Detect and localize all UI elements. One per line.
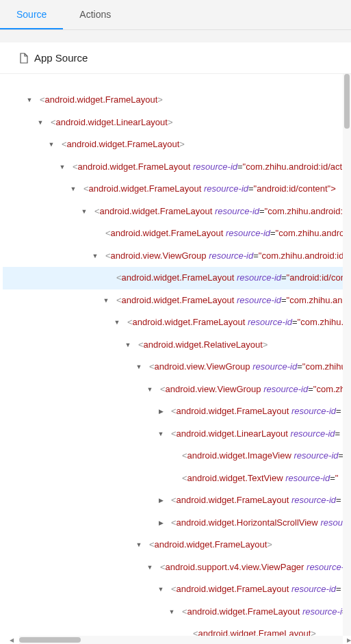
chevron-down-icon[interactable]	[135, 356, 142, 378]
app-root: Source Actions App Source <android.widge…	[0, 0, 351, 644]
angle-bracket: <	[171, 584, 177, 594]
angle-bracket: <	[105, 250, 111, 261]
chevron-down-icon[interactable]	[157, 423, 164, 446]
tree-node[interactable]: <android.widget.FrameLayout resource-id=	[3, 400, 343, 423]
element-tag: android.widget.FrameLayout	[111, 228, 224, 238]
angle-bracket: <	[149, 539, 155, 550]
angle-bracket: <	[171, 406, 177, 416]
chevron-down-icon[interactable]	[168, 601, 175, 623]
tree-node[interactable]: <android.view.ViewGroup resource-id="com…	[3, 245, 343, 268]
element-tag: android.widget.FrameLayout	[100, 206, 213, 216]
chevron-right-icon[interactable]	[157, 400, 164, 423]
attr-eq: =	[270, 228, 276, 238]
angle-bracket: <	[73, 162, 78, 172]
chevron-down-icon[interactable]	[70, 178, 77, 201]
tree-node[interactable]: <android.widget.FrameLayout resource-id=…	[3, 222, 343, 245]
chevron-down-icon[interactable]	[146, 378, 153, 401]
chevron-down-icon[interactable]	[26, 89, 33, 112]
file-icon	[19, 53, 29, 64]
tree-node[interactable]: <android.widget.FrameLayout>	[3, 133, 343, 156]
tree-node[interactable]: <android.view.ViewGroup resource-id="com…	[3, 378, 343, 401]
element-tag: android.view.ViewGroup	[111, 250, 207, 261]
tree-node[interactable]: <android.widget.FrameLayout>	[3, 534, 343, 556]
attr-value: "com.zhihu.android:i	[276, 228, 343, 238]
angle-bracket: <	[127, 317, 133, 327]
angle-bracket: >	[311, 628, 316, 636]
angle-bracket: >	[168, 117, 173, 127]
angle-bracket: <	[116, 272, 122, 283]
chevron-down-icon[interactable]	[157, 578, 164, 601]
attr-name: resource-id	[291, 406, 336, 416]
tree-node[interactable]: <android.widget.FrameLayout resource-id=…	[3, 267, 343, 289]
tree-node[interactable]: <android.widget.FrameLayout resource-id=…	[3, 201, 343, 223]
attr-value: "	[335, 473, 339, 483]
tab-actions[interactable]: Actions	[63, 0, 127, 29]
tree-node[interactable]: <android.widget.FrameLayout resource-id=…	[3, 178, 343, 201]
angle-bracket: <	[160, 384, 166, 394]
attr-name: resource-id	[237, 272, 281, 283]
chevron-right-icon[interactable]	[157, 512, 164, 534]
attr-eq: =	[336, 495, 341, 505]
angle-bracket: <	[193, 628, 198, 636]
angle-bracket: <	[182, 473, 187, 483]
angle-bracket: <	[149, 361, 155, 372]
tree-view[interactable]: <android.widget.FrameLayout><android.wid…	[0, 74, 343, 636]
chevron-down-icon[interactable]	[37, 112, 44, 134]
tree-node[interactable]: <android.widget.FrameLayout>	[3, 623, 343, 636]
attr-eq: =	[253, 250, 259, 261]
tree-node[interactable]: <android.view.ViewGroup resource-id="com…	[3, 356, 343, 378]
vertical-scrollbar-thumb[interactable]	[344, 74, 350, 129]
tree-wrap: <android.widget.FrameLayout><android.wid…	[0, 74, 351, 644]
panel-title: App Source	[34, 52, 88, 64]
attr-name: resource-id	[204, 183, 248, 194]
tree-node[interactable]: <android.widget.FrameLayout resource-id=…	[3, 289, 343, 312]
tree-node[interactable]: <android.support.v4.view.ViewPager resou…	[3, 556, 343, 579]
horizontal-scrollbar-thumb[interactable]	[19, 637, 81, 643]
element-tag: android.widget.FrameLayout	[187, 606, 300, 617]
element-tag: android.view.ViewGroup	[166, 384, 261, 394]
chevron-down-icon[interactable]	[103, 289, 109, 312]
element-tag: android.widget.TextView	[187, 473, 283, 483]
chevron-down-icon[interactable]	[114, 311, 120, 334]
tree-node[interactable]: <android.widget.FrameLayout resource-id=	[3, 489, 343, 512]
element-tag: android.widget.FrameLayout	[177, 584, 289, 594]
attr-eq: =	[237, 162, 243, 172]
attr-eq: =	[308, 384, 313, 394]
chevron-down-icon[interactable]	[59, 156, 66, 179]
chevron-down-icon[interactable]	[48, 133, 55, 156]
chevron-down-icon[interactable]	[81, 201, 88, 223]
angle-bracket: <	[40, 94, 45, 105]
horizontal-scrollbar[interactable]	[19, 636, 343, 644]
tree-node[interactable]: <android.widget.FrameLayout>	[3, 89, 343, 112]
tree-node[interactable]: <android.widget.FrameLayout resource-id=	[3, 578, 343, 601]
chevron-down-icon[interactable]	[135, 534, 142, 556]
attr-value: "com.zhihu.andro	[287, 295, 343, 305]
tree-node[interactable]: <android.widget.ImageView resource-id=	[3, 445, 343, 467]
element-tag: android.widget.FrameLayout	[177, 406, 289, 416]
attr-eq: =	[281, 272, 287, 283]
chevron-down-icon[interactable]	[146, 556, 153, 579]
tree-node[interactable]: <android.widget.HorizontalScrollView res…	[3, 512, 343, 534]
tree-node[interactable]: <android.widget.FrameLayout resource-i=	[3, 601, 343, 623]
tree-node[interactable]: <android.widget.TextView resource-id="	[3, 467, 343, 490]
chevron-right-icon[interactable]	[157, 489, 164, 512]
tab-source[interactable]: Source	[0, 0, 63, 29]
tree-node[interactable]: <android.widget.LinearLayout resource-id…	[3, 423, 343, 446]
tree-node[interactable]: <android.widget.FrameLayout resource-id=…	[3, 311, 343, 334]
attr-name: resource-id	[209, 250, 253, 261]
panel-header: App Source	[0, 42, 351, 74]
element-tag: android.widget.FrameLayout	[89, 183, 202, 194]
attr-name: resource-id	[237, 295, 281, 305]
element-tag: android.widget.FrameLayout	[155, 539, 268, 550]
tree-node[interactable]: <android.widget.RelativeLayout>	[3, 334, 343, 357]
chevron-down-icon[interactable]	[92, 245, 99, 268]
angle-bracket: <	[160, 562, 166, 572]
element-tag: android.widget.FrameLayout	[198, 628, 311, 636]
tree-node[interactable]: <android.widget.LinearLayout>	[3, 112, 343, 134]
vertical-scrollbar[interactable]	[343, 74, 351, 636]
chevron-down-icon[interactable]	[125, 334, 131, 357]
attr-name: resource-id	[193, 162, 237, 172]
angle-bracket: <	[171, 495, 177, 505]
tree-node[interactable]: <android.widget.FrameLayout resource-id=…	[3, 156, 343, 179]
element-tag: android.view.ViewGroup	[155, 361, 250, 372]
